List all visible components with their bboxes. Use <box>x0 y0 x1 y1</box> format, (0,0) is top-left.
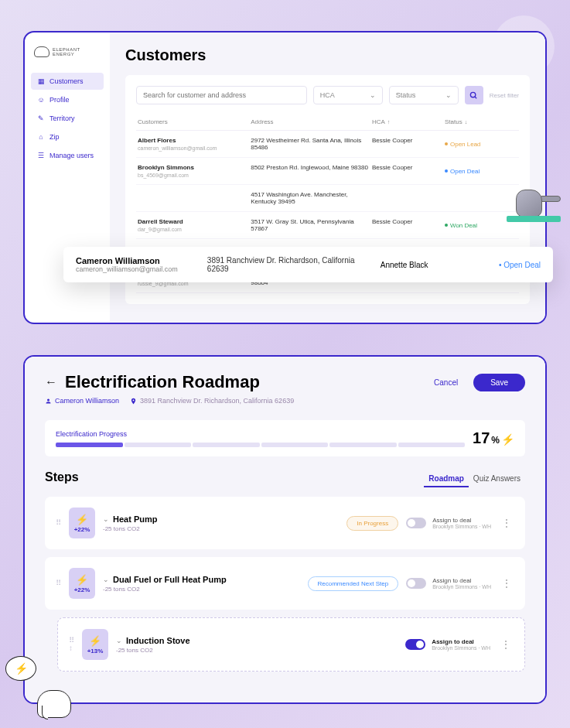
customer-email: cameron_williamson@gmail.com <box>76 265 207 273</box>
owner-link[interactable]: Cameron Williamson <box>45 397 119 405</box>
step-badge: ⚡ +22% <box>69 568 95 599</box>
chevron-down-icon[interactable]: ⌄ <box>116 637 122 644</box>
sidebar-item-manage-users[interactable]: ☰ Manage users <box>31 147 104 164</box>
person-icon <box>45 398 52 405</box>
customer-name: Cameron Williamson <box>76 256 207 265</box>
chevron-down-icon[interactable]: ⌄ <box>103 576 109 583</box>
profile-icon: ☺ <box>37 96 45 104</box>
kebab-menu-icon[interactable]: ⋮ <box>499 518 514 528</box>
cancel-link[interactable]: Cancel <box>434 378 458 387</box>
steps-title: Steps <box>45 470 424 484</box>
kebab-menu-icon[interactable]: ⋮ <box>499 578 514 589</box>
reset-filter-link[interactable]: Reset filter <box>490 92 519 99</box>
sort-icon: ↑ <box>387 119 391 125</box>
sidebar-item-zip[interactable]: ⌂ Zip <box>31 128 104 145</box>
pin-icon <box>130 398 137 405</box>
sidebar-item-territory[interactable]: ✎ Territory <box>31 110 104 127</box>
table-row[interactable]: Darrell Steward dar_9@gmail.com 3517 W. … <box>136 212 519 239</box>
progress-card: Electrification Progress 17% ⚡ <box>45 420 525 456</box>
assign-toggle[interactable] <box>405 639 425 650</box>
customer-name: Albert Flores <box>138 137 251 144</box>
customer-name: Darrell Steward <box>138 218 251 225</box>
address-link[interactable]: 3891 Ranchview Dr. Richardson, Californi… <box>130 397 294 405</box>
th-status[interactable]: Status↓ <box>445 118 517 125</box>
progress-bar <box>56 443 465 447</box>
progress-value: 17% ⚡ <box>473 429 514 447</box>
bolt-icon: ⚡ <box>76 574 88 586</box>
customer-hca: Bessie Cooper <box>372 218 445 232</box>
steps-header: Steps Roadmap Quiz Answers <box>45 470 525 487</box>
drag-handle-icon[interactable]: ⠿ <box>56 519 61 527</box>
assign-toggle[interactable] <box>406 578 426 589</box>
highlighted-customer-row[interactable]: Cameron Williamson cameron_williamson@gm… <box>63 247 553 282</box>
customer-email: dar_9@gmail.com <box>138 227 251 232</box>
customer-address: 3517 W. Gray St. Utica, Pennsylvania 578… <box>251 218 372 232</box>
bolt-icon: ⚡ <box>501 433 514 446</box>
roadmap-header: ← Electrification Roadmap Cancel Save <box>45 372 525 392</box>
customer-address: 4517 Washington Ave. Manchester, Kentuck… <box>251 191 372 205</box>
th-hca[interactable]: HCA↑ <box>372 118 445 125</box>
customer-hca <box>372 191 445 205</box>
step-name: Heat Pump <box>113 514 157 524</box>
customer-hca: Bessie Cooper <box>372 137 445 151</box>
assign-block: Assign to deal Brooklyn Simmons · WH <box>406 517 491 529</box>
step-name: Dual Fuel or Full Heat Pump <box>113 575 227 584</box>
save-button[interactable]: Save <box>473 374 525 391</box>
elephant-logo-icon <box>34 46 49 57</box>
customer-email: cameron_williamson@gmail.com <box>138 145 251 151</box>
meta-row: Cameron Williamson 3891 Ranchview Dr. Ri… <box>45 397 525 405</box>
table-row[interactable]: Albert Flores cameron_williamson@gmail.c… <box>136 131 519 158</box>
drag-handle-icon[interactable]: ⠿↕ <box>69 637 74 652</box>
sidebar-item-label: Territory <box>49 114 75 122</box>
elephant-mascot <box>507 172 561 222</box>
svg-point-3 <box>133 399 135 401</box>
tab-quiz[interactable]: Quiz Answers <box>469 471 525 486</box>
recommended-tag: Recommended Next Step <box>308 576 399 591</box>
bolt-icon: ⚡ <box>89 635 101 647</box>
thought-bubble: ⚡ <box>5 656 36 681</box>
bolt-icon: ⚡ <box>76 514 88 525</box>
search-button[interactable] <box>465 86 483 104</box>
sort-icon: ↓ <box>465 119 468 125</box>
assign-block: Assign to deal Brooklyn Simmons · WH <box>406 577 491 590</box>
bolt-icon: ⚡ <box>15 662 28 675</box>
users-icon: ☰ <box>37 152 45 159</box>
back-arrow-icon[interactable]: ← <box>45 375 57 389</box>
customer-hca: Bessie Cooper <box>372 164 445 178</box>
assign-block: Assign to deal Brooklyn Simmons · WH <box>405 638 490 651</box>
filter-row: HCA ⌄ Status ⌄ Reset filter <box>136 86 519 104</box>
progress-label: Electrification Progress <box>56 430 465 438</box>
table-header: Customers Address HCA↑ Status↓ <box>136 114 519 131</box>
table-row[interactable]: Brooklyn Simmons bs_4569@gmail.com 8502 … <box>136 158 519 185</box>
chevron-down-icon[interactable]: ⌄ <box>103 515 109 523</box>
logo: ELEPHANT ENERGY <box>31 46 104 57</box>
customer-name: Brooklyn Simmons <box>138 164 251 171</box>
drag-handle-icon[interactable]: ⠿ <box>56 579 61 587</box>
sidebar-item-label: Manage users <box>49 152 94 159</box>
step-badge: ⚡ +13% <box>82 629 108 660</box>
customers-panel: ELEPHANT ENERGY ▦ Customers ☺ Profile ✎ … <box>23 31 547 324</box>
customer-status: • Open Deal <box>449 261 541 269</box>
assign-toggle[interactable] <box>406 518 426 528</box>
table-row[interactable]: 4517 Washington Ave. Manchester, Kentuck… <box>136 185 519 212</box>
elephant-thinking-mascot: ⚡ <box>5 656 71 718</box>
in-progress-tag: In Progress <box>346 516 398 531</box>
sidebar-item-label: Customers <box>49 77 84 85</box>
th-customers[interactable]: Customers <box>138 118 251 125</box>
search-input[interactable] <box>136 86 307 104</box>
step-subtitle: -25 tons CO2 <box>103 586 300 593</box>
page-title: Customers <box>125 46 530 64</box>
tab-roadmap[interactable]: Roadmap <box>424 471 469 487</box>
sidebar-item-profile[interactable]: ☺ Profile <box>31 91 104 108</box>
hca-select[interactable]: HCA ⌄ <box>313 86 383 104</box>
th-address[interactable]: Address <box>251 118 372 125</box>
step-name: Induction Stove <box>126 636 190 645</box>
kebab-menu-icon[interactable]: ⋮ <box>498 639 514 650</box>
chevron-down-icon: ⌄ <box>445 91 452 99</box>
customer-address: 2972 Westheimer Rd. Santa Ana, Illinois … <box>251 137 372 151</box>
customer-email: bs_4569@gmail.com <box>138 173 251 178</box>
sidebar-item-customers[interactable]: ▦ Customers <box>31 73 104 90</box>
status-select[interactable]: Status ⌄ <box>389 86 459 104</box>
step-subtitle: -25 tons CO2 <box>116 647 398 654</box>
sidebar-item-label: Profile <box>49 96 70 104</box>
